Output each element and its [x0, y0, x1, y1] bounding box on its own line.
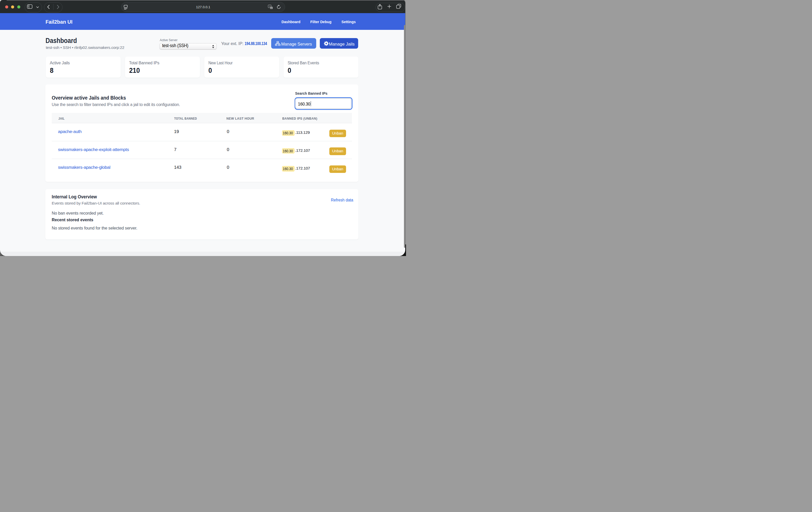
svg-text:x: x: [271, 7, 272, 9]
